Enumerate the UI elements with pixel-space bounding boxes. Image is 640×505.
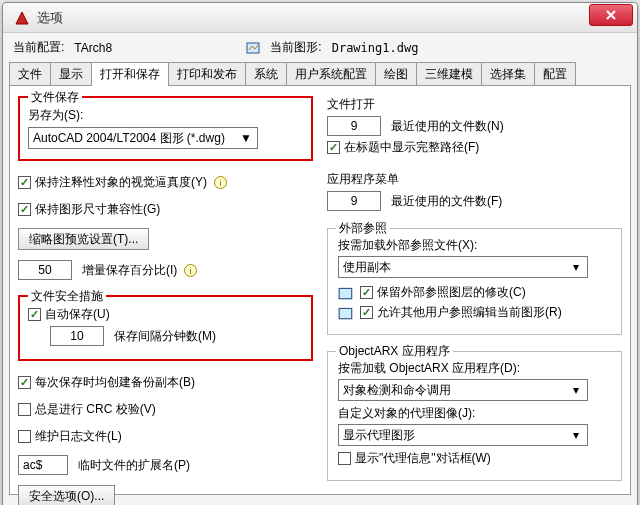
autosave-interval-input[interactable]: 10 [50, 326, 104, 346]
tab-profile[interactable]: 配置 [534, 62, 576, 86]
chk-proxy-dialog[interactable] [338, 452, 351, 465]
dropdown-arrow-icon: ▾ [569, 260, 583, 274]
tab-system[interactable]: 系统 [245, 62, 287, 86]
drawing-icon [338, 305, 354, 321]
titlebar: 选项 [3, 3, 637, 33]
file-open-group: 文件打开 9 最近使用的文件数(N) 在标题中显示完整路径(F) [327, 96, 622, 159]
left-column: 文件保存 另存为(S): AutoCAD 2004/LT2004 图形 (*.d… [18, 96, 313, 486]
increment-save-label: 增量保存百分比(I) [82, 262, 177, 279]
window-title: 选项 [37, 9, 589, 27]
chk-autosave-label: 自动保存(U) [45, 306, 110, 323]
app-icon [13, 9, 31, 27]
chk-compat-label: 保持图形尺寸兼容性(G) [35, 201, 160, 218]
current-drawing-value: Drawing1.dwg [332, 41, 452, 55]
svg-text:i: i [219, 178, 221, 188]
tab-display[interactable]: 显示 [50, 62, 92, 86]
chk-fullpath[interactable] [327, 141, 340, 154]
file-save-title: 文件保存 [28, 89, 82, 106]
chk-retain-layers-label: 保留外部参照图层的修改(C) [377, 284, 526, 301]
save-as-label: 另存为(S): [28, 107, 83, 124]
appmenu-recent-input[interactable]: 9 [327, 191, 381, 211]
drawing-icon [338, 285, 354, 301]
tempext-input[interactable]: ac$ [18, 455, 68, 475]
proxy-dropdown[interactable]: 显示代理图形 ▾ [338, 424, 588, 446]
dropdown-arrow-icon: ▾ [569, 383, 583, 397]
chk-allow-edit-label: 允许其他用户参照编辑当前图形(R) [377, 304, 562, 321]
xref-title: 外部参照 [336, 220, 390, 237]
tab-3d[interactable]: 三维建模 [416, 62, 482, 86]
current-config-label: 当前配置: [13, 39, 64, 56]
chk-backup-label: 每次保存时均创建备份副本(B) [35, 374, 195, 391]
arx-load-dropdown[interactable]: 对象检测和命令调用 ▾ [338, 379, 588, 401]
safety-title: 文件安全措施 [28, 288, 106, 305]
tab-panel: 文件保存 另存为(S): AutoCAD 2004/LT2004 图形 (*.d… [9, 85, 631, 495]
safety-group: 文件安全措施 自动保存(U) 10 保存间隔分钟数(M) [18, 295, 313, 361]
current-drawing-label: 当前图形: [270, 39, 321, 56]
file-open-title: 文件打开 [327, 96, 622, 113]
recent-files-label: 最近使用的文件数(N) [391, 118, 504, 135]
file-save-group: 文件保存 另存为(S): AutoCAD 2004/LT2004 图形 (*.d… [18, 96, 313, 161]
proxy-label: 自定义对象的代理图像(J): [338, 405, 611, 422]
chk-fullpath-label: 在标题中显示完整路径(F) [344, 139, 479, 156]
tab-print[interactable]: 打印和发布 [168, 62, 246, 86]
chk-proxy-dialog-label: 显示"代理信息"对话框(W) [355, 450, 491, 467]
objectarx-group: ObjectARX 应用程序 按需加载 ObjectARX 应用程序(D): 对… [327, 351, 622, 481]
xref-load-dropdown[interactable]: 使用副本 ▾ [338, 256, 588, 278]
tab-user[interactable]: 用户系统配置 [286, 62, 376, 86]
tempext-label: 临时文件的扩展名(P) [78, 457, 190, 474]
arx-load-label: 按需加载 ObjectARX 应用程序(D): [338, 360, 611, 377]
svg-rect-0 [247, 43, 259, 53]
close-icon [605, 9, 617, 21]
tab-draw[interactable]: 绘图 [375, 62, 417, 86]
tab-select[interactable]: 选择集 [481, 62, 535, 86]
thumbnail-settings-button[interactable]: 缩略图预览设置(T)... [18, 228, 149, 250]
close-button[interactable] [589, 4, 633, 26]
current-config-value: TArch8 [74, 41, 194, 55]
tab-file[interactable]: 文件 [9, 62, 51, 86]
svg-rect-5 [339, 288, 352, 298]
xref-load-value: 使用副本 [343, 259, 391, 276]
chk-crc[interactable] [18, 403, 31, 416]
right-column: 文件打开 9 最近使用的文件数(N) 在标题中显示完整路径(F) 应用程序菜单 … [327, 96, 622, 486]
chk-annotative[interactable] [18, 176, 31, 189]
chk-backup[interactable] [18, 376, 31, 389]
increment-save-input[interactable]: 50 [18, 260, 72, 280]
autosave-interval-label: 保存间隔分钟数(M) [114, 328, 216, 345]
xref-load-label: 按需加载外部参照文件(X): [338, 237, 611, 254]
chk-compat[interactable] [18, 203, 31, 216]
save-as-dropdown[interactable]: AutoCAD 2004/LT2004 图形 (*.dwg) ▼ [28, 127, 258, 149]
xref-group: 外部参照 按需加载外部参照文件(X): 使用副本 ▾ 保留外部参照图层的修改(C… [327, 228, 622, 335]
tab-strip: 文件 显示 打开和保存 打印和发布 系统 用户系统配置 绘图 三维建模 选择集 … [3, 62, 637, 86]
tab-open-save[interactable]: 打开和保存 [91, 62, 169, 86]
appmenu-recent-label: 最近使用的文件数(F) [391, 193, 502, 210]
app-menu-title: 应用程序菜单 [327, 171, 622, 188]
chk-log[interactable] [18, 430, 31, 443]
config-row: 当前配置: TArch8 当前图形: Drawing1.dwg [3, 33, 637, 62]
svg-text:i: i [189, 266, 191, 276]
recent-files-input[interactable]: 9 [327, 116, 381, 136]
chk-autosave[interactable] [28, 308, 41, 321]
info-icon[interactable]: i [183, 263, 197, 277]
chk-log-label: 维护日志文件(L) [35, 428, 122, 445]
arx-load-value: 对象检测和命令调用 [343, 382, 451, 399]
app-menu-group: 应用程序菜单 9 最近使用的文件数(F) [327, 171, 622, 214]
drawing-icon [246, 41, 262, 55]
proxy-value: 显示代理图形 [343, 427, 415, 444]
chk-allow-edit[interactable] [360, 306, 373, 319]
objectarx-title: ObjectARX 应用程序 [336, 343, 453, 360]
dropdown-arrow-icon: ▼ [239, 131, 253, 145]
security-options-button[interactable]: 安全选项(O)... [18, 485, 115, 505]
svg-rect-6 [339, 308, 352, 318]
save-as-value: AutoCAD 2004/LT2004 图形 (*.dwg) [33, 130, 225, 147]
info-icon[interactable]: i [213, 176, 227, 190]
chk-annotative-label: 保持注释性对象的视觉逼真度(Y) [35, 174, 207, 191]
chk-retain-layers[interactable] [360, 286, 373, 299]
dropdown-arrow-icon: ▾ [569, 428, 583, 442]
chk-crc-label: 总是进行 CRC 校验(V) [35, 401, 156, 418]
